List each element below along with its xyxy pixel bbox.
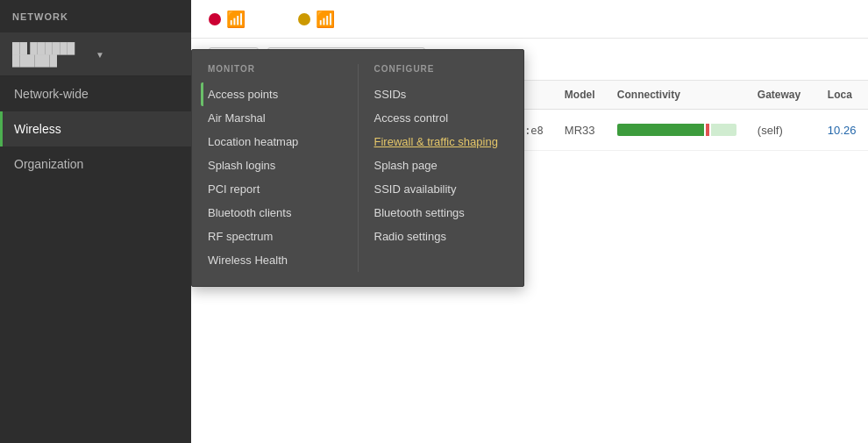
col-model: Model — [554, 81, 607, 110]
dropdown-item-rf-spectrum[interactable]: RF spectrum — [201, 225, 349, 248]
main-content: 📶 📶 Edit ▾ ▾ 1 access point Status ℹ Nam… — [191, 0, 868, 443]
col-location: Loca — [817, 81, 868, 110]
dropdown-item-firewall-traffic-shaping[interactable]: Firewall & traffic shaping — [367, 130, 516, 154]
configure-title: CONFIGURE — [367, 64, 516, 82]
status-indicator-1: 📶 — [209, 10, 245, 29]
sidebar: NETWORK ██ ██████ ██████ ▼ Network-wide … — [0, 0, 191, 443]
status-bar: 📶 📶 — [191, 0, 868, 39]
row-gateway-cell: (self) — [747, 110, 817, 151]
connectivity-remainder-segment — [711, 124, 736, 136]
monitor-title: MONITOR — [201, 64, 349, 82]
dropdown-item-ssids[interactable]: SSIDs — [367, 82, 516, 106]
dropdown-item-access-points[interactable]: Access points — [201, 82, 349, 106]
connectivity-green-segment — [617, 124, 705, 136]
status-indicator-2: 📶 — [298, 10, 335, 29]
status-dot-yellow — [298, 13, 310, 25]
col-connectivity: Connectivity — [607, 81, 747, 110]
connectivity-red-segment — [706, 124, 709, 136]
dropdown-item-wireless-health[interactable]: Wireless Health — [201, 248, 349, 272]
row-model-cell: MR33 — [554, 110, 607, 151]
sidebar-item-network-wide[interactable]: Network-wide — [0, 76, 191, 111]
wifi-icon-1: 📶 — [226, 10, 245, 29]
dropdown-item-pci-report[interactable]: PCI report — [201, 177, 349, 201]
status-dot-red — [209, 13, 221, 25]
dropdown-item-air-marshal[interactable]: Air Marshal — [201, 106, 349, 130]
network-selector[interactable]: ██ ██████ ██████ ▼ — [0, 33, 191, 76]
row-ip-cell: 10.26 — [817, 110, 868, 151]
configure-column: CONFIGURE SSIDs Access control Firewall … — [359, 64, 524, 272]
row-connectivity-cell — [607, 110, 747, 151]
dropdown-item-bluetooth-clients[interactable]: Bluetooth clients — [201, 201, 349, 225]
wifi-icon-2: 📶 — [316, 10, 335, 29]
monitor-column: MONITOR Access points Air Marshal Locati… — [192, 64, 358, 272]
dropdown-item-ssid-availability[interactable]: SSID availability — [367, 177, 516, 201]
dropdown-item-radio-settings[interactable]: Radio settings — [367, 225, 516, 248]
dropdown-item-location-heatmap[interactable]: Location heatmap — [201, 130, 349, 154]
wireless-dropdown-menu: MONITOR Access points Air Marshal Locati… — [191, 49, 524, 287]
dropdown-item-splash-page[interactable]: Splash page — [367, 154, 516, 177]
sidebar-network-header: NETWORK — [0, 0, 191, 33]
sidebar-item-wireless[interactable]: Wireless — [0, 111, 191, 146]
dropdown-item-access-control[interactable]: Access control — [367, 106, 516, 130]
sidebar-item-organization[interactable]: Organization — [0, 146, 191, 182]
col-gateway: Gateway — [747, 81, 817, 110]
dropdown-item-splash-logins[interactable]: Splash logins — [201, 154, 349, 177]
chevron-down-icon: ▼ — [96, 50, 179, 60]
dropdown-item-bluetooth-settings[interactable]: Bluetooth settings — [367, 201, 516, 225]
connectivity-bar — [617, 123, 736, 137]
